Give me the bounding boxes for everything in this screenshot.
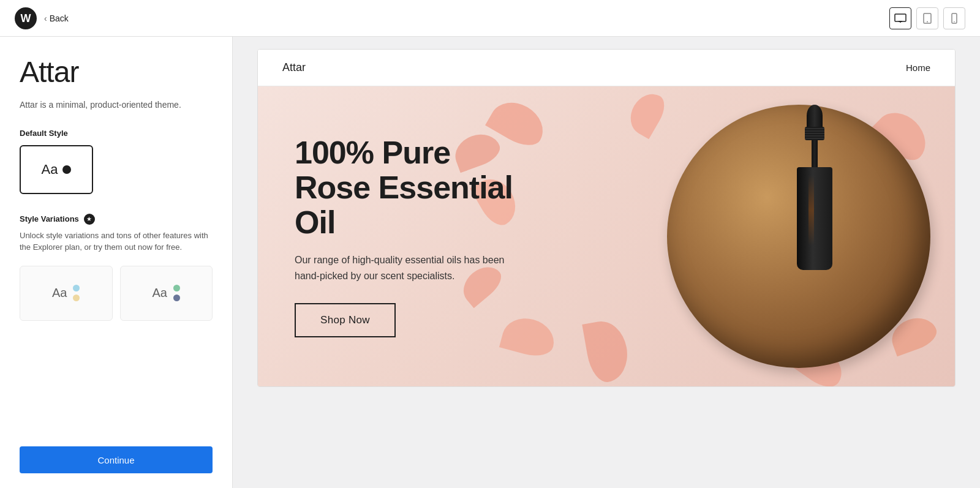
- bottle-ribbing: [805, 127, 824, 140]
- style-card-1-dot-1: [73, 285, 80, 291]
- top-bar-left: W ‹ Back: [15, 7, 69, 29]
- desktop-view-button[interactable]: [889, 7, 911, 29]
- style-card-1-dots: [73, 285, 80, 301]
- svg-text:W: W: [21, 12, 31, 24]
- mobile-icon: [951, 13, 957, 24]
- style-variations-label: Style Variations: [20, 214, 79, 223]
- preview-area: Attar Home: [233, 37, 980, 488]
- style-card-1-aa: Aa: [52, 286, 67, 300]
- preview-nav-logo: Attar: [282, 61, 306, 74]
- style-card-1[interactable]: Aa: [20, 266, 113, 321]
- style-cards-row: Aa Aa: [20, 266, 213, 321]
- bottle-body: [797, 167, 832, 270]
- shop-now-button[interactable]: Shop Now: [295, 303, 396, 337]
- continue-button[interactable]: Continue: [20, 446, 213, 473]
- tablet-view-button[interactable]: [916, 7, 938, 29]
- style-card-2-aa: Aa: [153, 286, 167, 300]
- default-style-label: Default Style: [20, 129, 213, 138]
- preview-nav-links: Home: [906, 62, 930, 73]
- mobile-view-button[interactable]: [943, 7, 965, 29]
- main-content: Attar Attar is a minimal, product-orient…: [0, 37, 980, 488]
- style-card-2[interactable]: Aa: [120, 266, 213, 321]
- style-variations-description: Unlock style variations and tons of othe…: [20, 230, 213, 253]
- top-bar: W ‹ Back: [0, 0, 980, 37]
- desktop-icon: [894, 13, 907, 23]
- bottle-reflection: [809, 175, 814, 245]
- tablet-icon: [923, 13, 932, 24]
- hero-section: 100% Pure Rose Essential Oil Our range o…: [258, 86, 955, 386]
- default-style-card[interactable]: Aa: [20, 145, 93, 194]
- back-chevron-icon: ‹: [44, 13, 47, 23]
- hero-description: Our range of high-quality essential oils…: [295, 252, 527, 283]
- svg-point-9: [954, 21, 955, 22]
- device-switcher: [889, 7, 965, 29]
- premium-star-icon: ★: [84, 214, 95, 225]
- default-style-dot: [62, 165, 71, 174]
- back-label: Back: [50, 13, 69, 23]
- sidebar: Attar Attar is a minimal, product-orient…: [0, 37, 233, 488]
- svg-point-7: [927, 21, 928, 22]
- preview-frame: Attar Home: [257, 49, 956, 387]
- bottle-neck: [812, 140, 818, 167]
- theme-description: Attar is a minimal, product-oriented the…: [20, 99, 213, 111]
- preview-nav-home: Home: [906, 62, 930, 73]
- hero-content: 100% Pure Rose Essential Oil Our range o…: [258, 99, 527, 375]
- preview-nav: Attar Home: [258, 50, 955, 86]
- theme-title: Attar: [20, 56, 213, 89]
- style-card-2-dot-1: [173, 285, 180, 291]
- default-style-aa: Aa: [42, 162, 58, 178]
- style-variations-header: Style Variations ★: [20, 214, 213, 225]
- style-card-1-dot-2: [73, 295, 80, 301]
- style-card-2-dots: [173, 285, 180, 301]
- svg-rect-3: [895, 14, 906, 21]
- bottle-group: [797, 105, 832, 270]
- hero-title: 100% Pure Rose Essential Oil: [295, 135, 527, 241]
- back-button[interactable]: ‹ Back: [44, 13, 69, 23]
- bottle-cap-top: [807, 105, 823, 127]
- wordpress-logo: W: [15, 7, 37, 29]
- style-card-2-dot-2: [173, 295, 180, 301]
